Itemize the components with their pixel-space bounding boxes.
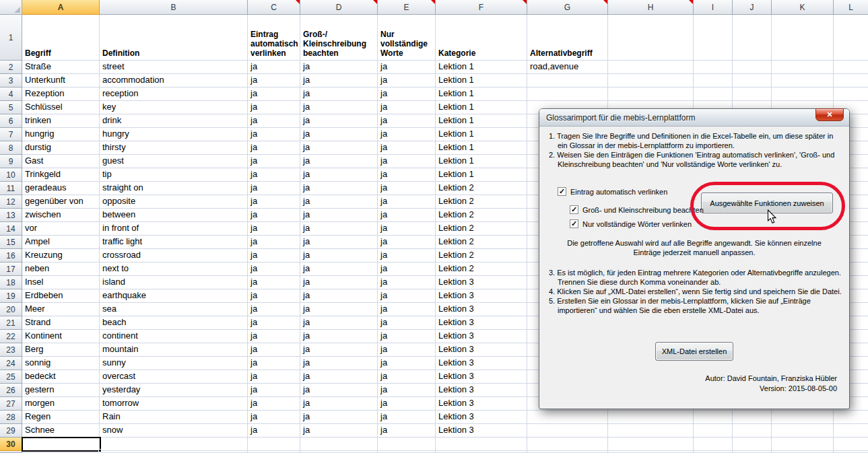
cell-F14[interactable]: Lektion 2 xyxy=(436,222,527,236)
cell-C22[interactable]: ja xyxy=(248,330,300,343)
cell-B5[interactable]: key xyxy=(100,101,248,114)
cell-A6[interactable]: trinken xyxy=(22,114,100,128)
cell-D14[interactable]: ja xyxy=(300,222,378,236)
cell-B14[interactable]: in front of xyxy=(100,222,248,236)
cell-A7[interactable]: hungrig xyxy=(22,128,100,141)
row-header-15[interactable]: 15 xyxy=(0,236,22,249)
cell-B16[interactable]: crossroad xyxy=(100,249,248,263)
cell-J4[interactable] xyxy=(733,88,772,101)
cell-F9[interactable]: Lektion 1 xyxy=(436,155,527,168)
row-header-12[interactable]: 12 xyxy=(0,195,22,209)
cell-F1[interactable]: Kategorie xyxy=(436,15,527,61)
cell-E13[interactable]: ja xyxy=(378,209,436,222)
column-header-K[interactable]: K xyxy=(772,0,834,15)
cell-D1[interactable]: Groß-/ Kleinschreibung beachten xyxy=(300,15,378,61)
cell-B6[interactable]: drink xyxy=(100,114,248,128)
cell-D23[interactable]: ja xyxy=(300,343,378,357)
cell-B23[interactable]: mountain xyxy=(100,343,248,357)
cell-C30[interactable] xyxy=(248,438,300,451)
cell-K2[interactable] xyxy=(772,61,834,74)
cell-A2[interactable]: Straße xyxy=(22,61,100,74)
cell-A25[interactable]: bedeckt xyxy=(22,370,100,384)
checkbox-row-2[interactable]: ✓Groß- und Kleinschreibung beachten xyxy=(570,205,704,214)
cell-B13[interactable]: between xyxy=(100,209,248,222)
cell-A27[interactable]: morgen xyxy=(22,397,100,411)
cell-D13[interactable]: ja xyxy=(300,209,378,222)
row-header-29[interactable]: 29 xyxy=(0,424,22,438)
row-header-6[interactable]: 6 xyxy=(0,114,22,128)
cell-B29[interactable]: snow xyxy=(100,424,248,438)
row-header-9[interactable]: 9 xyxy=(0,155,22,168)
cell-C6[interactable]: ja xyxy=(248,114,300,128)
cell-A8[interactable]: durstig xyxy=(22,141,100,155)
row-header-7[interactable]: 7 xyxy=(0,128,22,141)
row-header-10[interactable]: 10 xyxy=(0,168,22,182)
cell-B19[interactable]: earthquake xyxy=(100,289,248,303)
cell-K30[interactable] xyxy=(772,438,834,451)
dialog-titlebar[interactable]: Glossarimport für die mebis-Lernplattfor… xyxy=(539,109,849,127)
cell-A29[interactable]: Schnee xyxy=(22,424,100,438)
cell-A12[interactable]: gegenüber von xyxy=(22,195,100,209)
checkbox-box[interactable]: ✓ xyxy=(570,205,578,214)
checkbox-box[interactable]: ✓ xyxy=(558,187,566,196)
cell-H29[interactable] xyxy=(608,424,694,438)
cell-B2[interactable]: street xyxy=(100,61,248,74)
row-header-25[interactable]: 25 xyxy=(0,370,22,384)
cell-K3[interactable] xyxy=(772,74,834,88)
cell-A4[interactable]: Rezeption xyxy=(22,88,100,101)
row-header-16[interactable]: 16 xyxy=(0,249,22,263)
cell-D29[interactable]: ja xyxy=(300,424,378,438)
checkbox-box[interactable]: ✓ xyxy=(570,219,578,228)
column-header-A[interactable]: A xyxy=(22,0,100,15)
cell-G29[interactable] xyxy=(527,424,608,438)
cell-B25[interactable]: overcast xyxy=(100,370,248,384)
cell-E8[interactable]: ja xyxy=(378,141,436,155)
cell-D27[interactable]: ja xyxy=(300,397,378,411)
cell-A22[interactable]: Kontinent xyxy=(22,330,100,343)
cell-F22[interactable]: Lektion 3 xyxy=(436,330,527,343)
cell-C27[interactable]: ja xyxy=(248,397,300,411)
cell-A20[interactable]: Meer xyxy=(22,303,100,316)
cell-E15[interactable]: ja xyxy=(378,236,436,249)
cell-E29[interactable]: ja xyxy=(378,424,436,438)
cell-E5[interactable]: ja xyxy=(378,101,436,114)
checkbox-row-1[interactable]: ✓Eintrag automatisch verlinken xyxy=(558,187,667,196)
cell-C12[interactable]: ja xyxy=(248,195,300,209)
cell-C28[interactable]: ja xyxy=(248,411,300,424)
cell-D4[interactable]: ja xyxy=(300,88,378,101)
row-header-22[interactable]: 22 xyxy=(0,330,22,343)
cell-D11[interactable]: ja xyxy=(300,182,378,195)
column-header-L[interactable]: L xyxy=(834,0,868,15)
cell-D12[interactable]: ja xyxy=(300,195,378,209)
row-header-1[interactable]: 1 xyxy=(0,15,22,61)
cell-E10[interactable]: ja xyxy=(378,168,436,182)
cell-F6[interactable]: Lektion 1 xyxy=(436,114,527,128)
cell-A13[interactable]: zwischen xyxy=(22,209,100,222)
cell-A9[interactable]: Gast xyxy=(22,155,100,168)
cell-D5[interactable]: ja xyxy=(300,101,378,114)
row-header-5[interactable]: 5 xyxy=(0,101,22,114)
cell-D16[interactable]: ja xyxy=(300,249,378,263)
cell-I3[interactable] xyxy=(694,74,733,88)
cell-L2[interactable] xyxy=(834,61,868,74)
cell-G28[interactable] xyxy=(527,411,608,424)
cell-C3[interactable]: ja xyxy=(248,74,300,88)
row-header-28[interactable]: 28 xyxy=(0,411,22,424)
cell-C25[interactable]: ja xyxy=(248,370,300,384)
cell-D8[interactable]: ja xyxy=(300,141,378,155)
row-header-30[interactable]: 30 xyxy=(0,438,22,451)
cell-C7[interactable]: ja xyxy=(248,128,300,141)
cell-D25[interactable]: ja xyxy=(300,370,378,384)
cell-C5[interactable]: ja xyxy=(248,101,300,114)
cell-B22[interactable]: continent xyxy=(100,330,248,343)
cell-D17[interactable]: ja xyxy=(300,263,378,276)
cell-A21[interactable]: Strand xyxy=(22,316,100,330)
cell-I1[interactable] xyxy=(694,15,733,61)
cell-I30[interactable] xyxy=(694,438,733,451)
cell-J3[interactable] xyxy=(733,74,772,88)
cell-D9[interactable]: ja xyxy=(300,155,378,168)
cell-F29[interactable]: Lektion 3 xyxy=(436,424,527,438)
cell-C8[interactable]: ja xyxy=(248,141,300,155)
column-header-D[interactable]: D xyxy=(300,0,378,15)
cell-C15[interactable]: ja xyxy=(248,236,300,249)
